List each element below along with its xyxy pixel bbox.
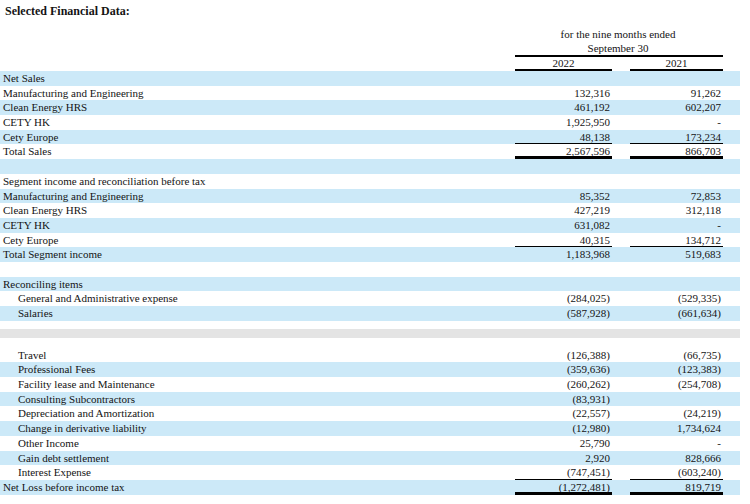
column-spacer (612, 71, 630, 86)
row-label: Segment income and reconciliation before… (0, 174, 515, 189)
value-2021: (529,335) (630, 291, 723, 306)
right-spacer (723, 306, 740, 321)
value-2021 (630, 338, 723, 348)
value-2022 (515, 262, 612, 277)
column-spacer (612, 262, 630, 277)
value-2022: 631,082 (515, 218, 612, 233)
column-spacer (612, 189, 630, 204)
value-2021: 1,734,624 (630, 421, 723, 436)
column-spacer (612, 392, 630, 407)
value-2022: 1,925,950 (515, 115, 612, 130)
right-spacer (723, 130, 740, 145)
period-header: for the nine months ended September 30 (498, 28, 738, 55)
right-spacer (723, 233, 740, 248)
right-spacer (723, 329, 740, 338)
column-spacer (612, 436, 630, 451)
value-2021: - (630, 115, 723, 130)
table-row: Segment income and reconciliation before… (0, 174, 740, 189)
value-2022: (12,980) (515, 421, 612, 436)
value-2022: 2,567,596 (515, 144, 612, 159)
value-2021: (66,735) (630, 348, 723, 363)
value-2022: (260,262) (515, 377, 612, 392)
value-2022: 25,790 (515, 436, 612, 451)
row-label: Total Segment income (0, 247, 515, 262)
value-2021: 519,683 (630, 247, 723, 262)
column-spacer (612, 174, 630, 189)
period-header-line1: for the nine months ended (498, 28, 738, 42)
column-spacer (612, 86, 630, 101)
right-spacer (723, 203, 740, 218)
row-label: CETY HK (0, 115, 515, 130)
table-row: Net Loss before income tax (1,272,481) 8… (0, 480, 740, 495)
column-spacer (612, 406, 630, 421)
row-label: Consulting Subcontractors (0, 392, 515, 407)
right-spacer (723, 465, 740, 480)
row-label: Reconciling items (0, 277, 515, 292)
value-2021: 602,207 (630, 100, 723, 115)
row-label: Depreciation and Amortization (0, 406, 515, 421)
period-header-line2: September 30 (498, 42, 738, 56)
row-label: Manufacturing and Engineering (0, 189, 515, 204)
value-2021 (630, 159, 723, 174)
right-spacer (723, 189, 740, 204)
value-2022: 85,352 (515, 189, 612, 204)
row-label: Travel (0, 348, 515, 363)
column-spacer (612, 348, 630, 363)
column-spacer (612, 218, 630, 233)
column-spacer (612, 130, 630, 145)
value-2021: (24,219) (630, 406, 723, 421)
column-spacer (612, 144, 630, 159)
right-spacer (723, 247, 740, 262)
row-label: Facility lease and Maintenance (0, 377, 515, 392)
value-2022: (1,272,481) (515, 480, 612, 495)
right-spacer (723, 159, 740, 174)
table-row (0, 262, 740, 277)
value-2021: (123,383) (630, 362, 723, 377)
row-label: Net Sales (0, 71, 515, 86)
row-label: Clean Energy HRS (0, 203, 515, 218)
column-spacer (612, 465, 630, 480)
table-row: CETY HK 631,082 - (0, 218, 740, 233)
right-spacer (723, 338, 740, 348)
value-2021: 866,703 (630, 144, 723, 159)
right-spacer (723, 406, 740, 421)
table-row: Other Income 25,790 - (0, 436, 740, 451)
value-2022: 461,192 (515, 100, 612, 115)
row-label (0, 159, 515, 174)
value-2022: (747,451) (515, 465, 612, 480)
value-2022 (515, 329, 612, 338)
column-spacer (612, 203, 630, 218)
right-spacer (723, 100, 740, 115)
table-row: Travel (126,388) (66,735) (0, 348, 740, 363)
row-label: Clean Energy HRS (0, 100, 515, 115)
row-label (0, 321, 515, 329)
page-title: Selected Financial Data: (5, 4, 130, 19)
row-label: Other Income (0, 436, 515, 451)
right-spacer (723, 86, 740, 101)
right-spacer (723, 392, 740, 407)
table-row: Cety Europe 48,138 173,234 (0, 130, 740, 145)
right-spacer (723, 218, 740, 233)
column-spacer (612, 291, 630, 306)
column-header-2021: 2021 (630, 57, 723, 69)
table-row (0, 329, 740, 338)
table-row: Cety Europe 40,315 134,712 (0, 233, 740, 248)
value-2022: (126,388) (515, 348, 612, 363)
right-spacer (723, 262, 740, 277)
value-2022 (515, 174, 612, 189)
row-label: CETY HK (0, 218, 515, 233)
value-2022: 48,138 (515, 130, 612, 145)
value-2022: (284,025) (515, 291, 612, 306)
column-spacer (612, 480, 630, 495)
row-label: Cety Europe (0, 233, 515, 248)
column-spacer (612, 329, 630, 338)
value-2022: (83,931) (515, 392, 612, 407)
value-2022 (515, 338, 612, 348)
value-2021: (254,708) (630, 377, 723, 392)
right-spacer (723, 377, 740, 392)
table-row: General and Administrative expense (284,… (0, 291, 740, 306)
table-row: Salaries (587,928) (661,634) (0, 306, 740, 321)
column-spacer (612, 100, 630, 115)
table-row: Net Sales (0, 71, 740, 86)
table-row: CETY HK 1,925,950 - (0, 115, 740, 130)
